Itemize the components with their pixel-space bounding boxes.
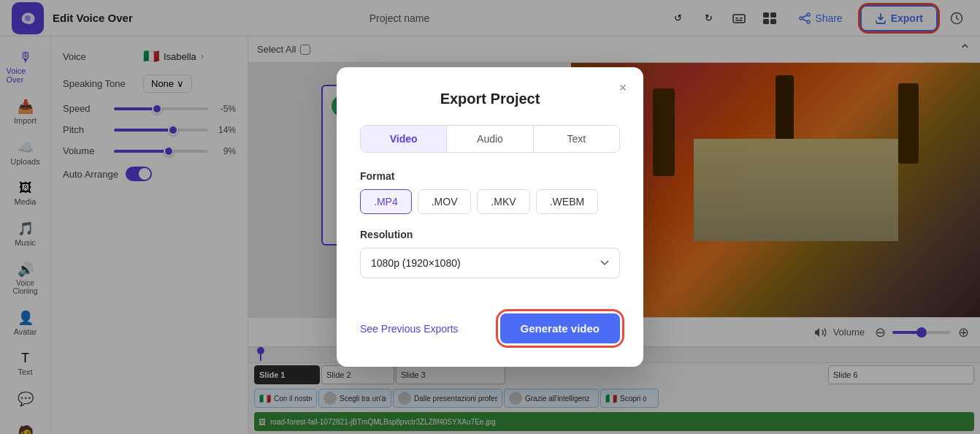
export-tabs: Video Audio Text [360,125,620,153]
prev-exports-button[interactable]: See Previous Exports [360,323,459,335]
modal-title: Export Project [360,91,620,107]
resolution-label: Resolution [360,229,620,240]
format-mp4[interactable]: .MP4 [360,189,412,214]
modal-actions: See Previous Exports Generate video [360,313,620,343]
format-label: Format [360,170,620,182]
format-group: .MP4 .MOV .MKV .WEBM [360,189,620,214]
resolution-container: 1080p (1920×1080) 720p (1280×720) 480p (… [360,248,620,296]
format-webm[interactable]: .WEBM [536,189,598,214]
modal-overlay[interactable]: × Export Project Video Audio Text Format… [0,0,980,434]
generate-video-button[interactable]: Generate video [500,313,620,343]
format-mkv[interactable]: .MKV [477,189,529,214]
modal-close-button[interactable]: × [613,77,633,98]
format-mov[interactable]: .MOV [418,189,472,214]
tab-text[interactable]: Text [534,126,619,152]
resolution-select[interactable]: 1080p (1920×1080) 720p (1280×720) 480p (… [360,248,620,278]
tab-video[interactable]: Video [361,126,447,152]
tab-audio[interactable]: Audio [447,126,533,152]
export-modal: × Export Project Video Audio Text Format… [337,67,643,367]
